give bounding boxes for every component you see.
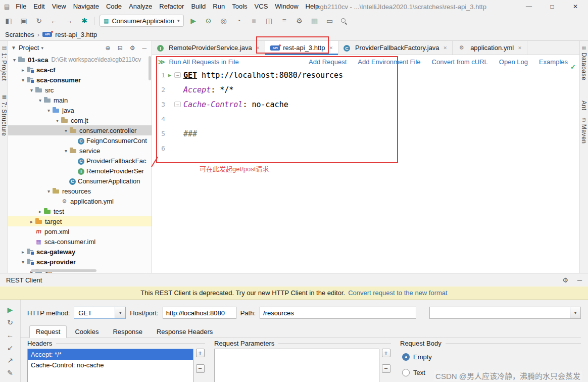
- body-option-empty[interactable]: Empty: [402, 353, 581, 361]
- profiler-icon[interactable]: ◔: [234, 17, 243, 25]
- path-input[interactable]: [260, 307, 416, 319]
- tree-row-feignconsumercont[interactable]: CFeignConsumerCont: [8, 135, 152, 146]
- back-icon[interactable]: ←: [50, 17, 59, 25]
- tool-stripe-ant[interactable]: Ant: [580, 101, 587, 111]
- chevron-down-icon[interactable]: ▾: [41, 45, 43, 51]
- request-parameters-list[interactable]: [214, 349, 379, 382]
- tree-row-com-jt[interactable]: ▾com.jt: [8, 115, 152, 125]
- tree-row-target[interactable]: ▸target: [8, 216, 152, 226]
- back-icon[interactable]: ←: [6, 331, 15, 339]
- debug-icon[interactable]: ⊙: [204, 17, 213, 25]
- add-parameter-button[interactable]: +: [382, 349, 390, 357]
- forward-icon[interactable]: →: [65, 17, 74, 25]
- menu-edit[interactable]: Edit: [30, 0, 48, 13]
- code-line[interactable]: 1▶−GET http://localhost:8080/resources: [152, 68, 580, 82]
- tree-row-01-sca[interactable]: ▾01-scaD:\Git workspace\idea\cgb2110cv: [8, 55, 152, 65]
- tab-close-icon[interactable]: ✕: [329, 45, 333, 51]
- hide-icon[interactable]: ─: [142, 44, 146, 52]
- editor-tab-rest-api-3-http[interactable]: APIrest-api_3.http✕: [265, 41, 338, 55]
- tree-expand-icon[interactable]: ▸: [20, 67, 26, 73]
- tree-row-pom-xml[interactable]: mpom.xml: [8, 226, 152, 236]
- tool-stripe-maven[interactable]: mMaven: [580, 118, 587, 144]
- header-item[interactable]: Cache-Control: no-cache: [28, 360, 193, 370]
- menu-navigate[interactable]: Navigate: [70, 0, 103, 13]
- tree-row-sca-consumer[interactable]: ▾sca-consumer: [8, 75, 152, 85]
- open-icon[interactable]: ◧: [4, 17, 13, 25]
- clean-build-icon[interactable]: ✱: [80, 17, 89, 25]
- editor-tab-application-yml[interactable]: ⚙application.yml✕: [453, 41, 527, 55]
- tree-row-remoteproviderser[interactable]: IRemoteProviderSer: [8, 166, 152, 176]
- tool-stripe-1-project[interactable]: ▤1: Project: [1, 45, 8, 81]
- close-button[interactable]: ✕: [564, 0, 587, 13]
- settings-icon[interactable]: ⚙: [130, 44, 135, 52]
- tree-expand-icon[interactable]: ▾: [63, 128, 69, 133]
- submit-request-icon[interactable]: ▶: [6, 306, 15, 314]
- tree-expand-icon[interactable]: ▾: [20, 77, 26, 83]
- chevron-down-icon[interactable]: ▾: [115, 307, 125, 318]
- tree-row-consumer-controller[interactable]: ▾consumer.controller: [8, 125, 152, 135]
- add-header-button[interactable]: +: [196, 349, 205, 357]
- menu-view[interactable]: View: [48, 0, 70, 13]
- editor-link-convert-from-curl[interactable]: Convert from cURL: [432, 58, 488, 66]
- rc-tab-cookies[interactable]: Cookies: [69, 326, 105, 338]
- tree-row-sca-provider[interactable]: ▾sca-provider: [8, 257, 152, 267]
- vertical-scrollbar[interactable]: [149, 56, 151, 80]
- minimize-icon[interactable]: ─: [577, 276, 582, 284]
- tree-expand-icon[interactable]: ▸: [37, 209, 43, 214]
- code-line[interactable]: 2Accept: */*: [152, 82, 580, 97]
- tree-row-main[interactable]: ▾main: [8, 95, 152, 105]
- run-config-select[interactable]: ▦ ConsumerApplication ▾: [100, 15, 184, 27]
- tree-row-consumerapplication[interactable]: CConsumerApplication: [8, 176, 152, 186]
- wrench-icon[interactable]: ⚙: [295, 17, 304, 25]
- code-line[interactable]: 4: [152, 112, 580, 126]
- layout-icon[interactable]: ◫: [265, 17, 274, 25]
- tree-expand-icon[interactable]: ▾: [20, 259, 26, 265]
- editor-link-add-environment-file[interactable]: Add Environment File: [358, 58, 420, 66]
- sync-icon[interactable]: ↻: [34, 17, 43, 25]
- menu-analyze[interactable]: Analyze: [125, 0, 156, 13]
- editor-link-examples[interactable]: Examples: [539, 58, 568, 66]
- edit-icon[interactable]: ✎: [6, 369, 15, 377]
- tree-expand-icon[interactable]: ▾: [45, 108, 52, 113]
- host-input[interactable]: [163, 307, 236, 319]
- menu-refactor[interactable]: Refactor: [156, 0, 187, 13]
- tree-expand-icon[interactable]: ▸: [28, 219, 35, 224]
- tree-row-java[interactable]: ▾java: [8, 105, 152, 115]
- editor-tab-providerfallbackfactory-java[interactable]: CProviderFallbackFactory.java✕: [338, 41, 453, 55]
- code-line[interactable]: 3−Cache-Control: no-cache: [152, 97, 580, 112]
- tree-row-sca-consumer-iml[interactable]: ▦sca-consumer.iml: [8, 236, 152, 247]
- tree-row-sca-gateway[interactable]: ▸sca-gateway: [8, 247, 152, 257]
- tree-expand-icon[interactable]: ▸: [20, 249, 26, 255]
- tree-expand-icon[interactable]: ▾: [45, 188, 52, 194]
- banner-convert-link[interactable]: Convert request to the new format: [348, 289, 448, 297]
- radio-on-icon[interactable]: [402, 353, 410, 361]
- export-icon[interactable]: ↗: [6, 356, 15, 364]
- editor-link-open-log[interactable]: Open Log: [499, 58, 528, 66]
- inspection-ok-icon[interactable]: ✓: [570, 63, 576, 71]
- horizontal-scrollbar[interactable]: [31, 269, 96, 272]
- quick-list-icon[interactable]: ≡: [280, 17, 289, 25]
- rc-tab-response-headers[interactable]: Response Headers: [151, 326, 219, 338]
- breadcrumb-item-rest-api-3-http[interactable]: rest-api_3.http: [55, 31, 97, 38]
- collapse-all-icon[interactable]: ⊟: [118, 44, 123, 52]
- tree-row-src[interactable]: ▾src: [8, 85, 152, 95]
- rc-tab-request[interactable]: Request: [29, 325, 67, 338]
- menu-code[interactable]: Code: [103, 0, 125, 13]
- menu-vcs[interactable]: VCS: [251, 0, 272, 13]
- tree-expand-icon[interactable]: ▾: [11, 57, 18, 63]
- tab-close-icon[interactable]: ✕: [256, 45, 260, 51]
- remove-header-button[interactable]: −: [196, 364, 205, 373]
- locate-icon[interactable]: ⊕: [106, 44, 111, 52]
- tree-expand-icon[interactable]: ▾: [28, 87, 35, 93]
- tree-row-sca-cf[interactable]: ▸sca-cf: [8, 65, 152, 75]
- header-item[interactable]: Accept: */*: [28, 349, 193, 360]
- radio-off-icon[interactable]: [402, 369, 410, 376]
- tree-row-application-yml[interactable]: ⚙application.yml: [8, 196, 152, 206]
- http-method-select[interactable]: GET ▾: [74, 307, 126, 319]
- tree-expand-icon[interactable]: ▾: [37, 98, 43, 103]
- tool-stripe-database[interactable]: ≣Database: [580, 46, 587, 80]
- chevron-down-icon[interactable]: ▾: [570, 307, 580, 318]
- tab-close-icon[interactable]: ✕: [518, 45, 522, 51]
- tool-stripe-7-structure[interactable]: ▦7: Structure: [1, 94, 8, 136]
- environment-select[interactable]: ▾: [429, 307, 581, 319]
